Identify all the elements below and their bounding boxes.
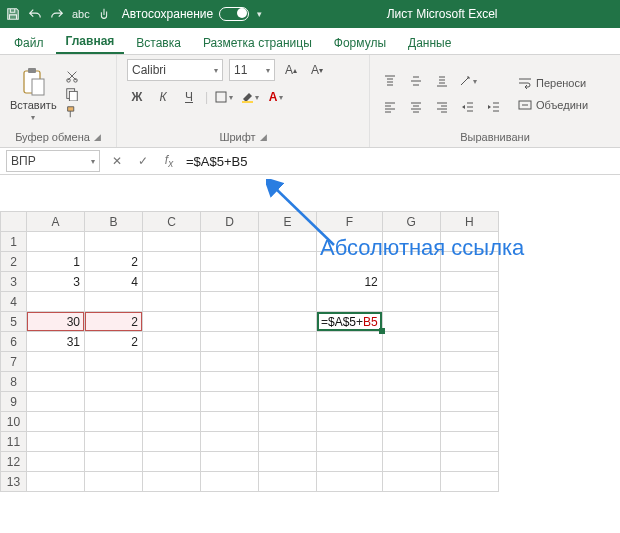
title-bar: abc Автосохранение ▾ Лист Microsoft Exce… (0, 0, 620, 28)
italic-button[interactable]: К (153, 87, 173, 107)
cell[interactable]: 2 (85, 252, 143, 272)
merge-button[interactable]: Объедини (518, 98, 588, 112)
format-painter-icon[interactable] (65, 105, 79, 119)
cell-referenced-rel[interactable]: 2 (85, 312, 143, 332)
formula-bar: ВПР▾ ✕ ✓ fx =$A$5+B5 (0, 148, 620, 175)
ribbon-tabs: Файл Главная Вставка Разметка страницы Ф… (0, 28, 620, 55)
font-color-icon[interactable]: A (266, 87, 286, 107)
align-middle-icon[interactable] (406, 71, 426, 91)
group-clipboard: Вставить ▾ Буфер обмена◢ (0, 55, 117, 147)
row-header[interactable]: 12 (1, 452, 27, 472)
tab-page-layout[interactable]: Разметка страницы (193, 32, 322, 54)
svg-rect-8 (242, 101, 253, 103)
font-size-value: 11 (234, 63, 247, 77)
cell[interactable]: 31 (27, 332, 85, 352)
ribbon: Вставить ▾ Буфер обмена◢ Calibri▾ 11▾ A▴… (0, 55, 620, 148)
row-header[interactable]: 4 (1, 292, 27, 312)
decrease-indent-icon[interactable] (458, 97, 478, 117)
orientation-icon[interactable] (458, 71, 478, 91)
font-name-value: Calibri (132, 63, 166, 77)
row-header[interactable]: 2 (1, 252, 27, 272)
font-dialog-icon[interactable]: ◢ (260, 132, 267, 142)
save-icon[interactable] (6, 7, 20, 21)
worksheet-grid[interactable]: A B C D E F G H 1 212 33412 4 5 30 2 =$A… (0, 211, 620, 492)
formula-plus: + (356, 315, 363, 329)
underline-button[interactable]: Ч (179, 87, 199, 107)
svg-rect-7 (216, 92, 226, 102)
group-font: Calibri▾ 11▾ A▴ A▾ Ж К Ч | A Шрифт◢ (117, 55, 370, 147)
row-header[interactable]: 8 (1, 372, 27, 392)
col-header[interactable]: H (440, 212, 498, 232)
tab-home[interactable]: Главная (56, 30, 125, 54)
increase-font-icon[interactable]: A▴ (281, 60, 301, 80)
cell[interactable]: 12 (317, 272, 383, 292)
align-top-icon[interactable] (380, 71, 400, 91)
paste-button[interactable]: Вставить ▾ (10, 67, 57, 122)
name-box[interactable]: ВПР▾ (6, 150, 100, 172)
row-header[interactable]: 10 (1, 412, 27, 432)
undo-icon[interactable] (28, 7, 42, 21)
fill-handle[interactable] (379, 328, 385, 334)
decrease-font-icon[interactable]: A▾ (307, 60, 327, 80)
row-header[interactable]: 13 (1, 472, 27, 492)
group-alignment-label: Выравнивани (460, 131, 530, 143)
col-header[interactable]: C (143, 212, 201, 232)
touch-icon[interactable] (98, 7, 110, 21)
col-header[interactable]: F (317, 212, 383, 232)
name-box-value: ВПР (11, 154, 36, 168)
cell[interactable]: 1 (27, 252, 85, 272)
fill-color-icon[interactable] (240, 87, 260, 107)
row-header[interactable]: 1 (1, 232, 27, 252)
redo-icon[interactable] (50, 7, 64, 21)
formula-input[interactable]: =$A$5+B5 (180, 154, 620, 169)
clipboard-dialog-icon[interactable]: ◢ (94, 132, 101, 142)
cell[interactable]: 4 (85, 272, 143, 292)
row-header[interactable]: 7 (1, 352, 27, 372)
copy-icon[interactable] (65, 87, 79, 101)
row-header[interactable]: 6 (1, 332, 27, 352)
col-header[interactable]: G (382, 212, 440, 232)
qat-customize-icon[interactable]: ▾ (257, 9, 262, 19)
row-header[interactable]: 9 (1, 392, 27, 412)
col-header[interactable]: A (27, 212, 85, 232)
cell[interactable]: 3 (27, 272, 85, 292)
tab-data[interactable]: Данные (398, 32, 461, 54)
select-all-corner[interactable] (1, 212, 27, 232)
cell[interactable]: 2 (85, 332, 143, 352)
cut-icon[interactable] (65, 69, 79, 83)
font-name-select[interactable]: Calibri▾ (127, 59, 223, 81)
align-left-icon[interactable] (380, 97, 400, 117)
bold-button[interactable]: Ж (127, 87, 147, 107)
autosave-switch-icon[interactable] (219, 7, 249, 21)
cancel-formula-icon[interactable]: ✕ (106, 154, 128, 168)
row-header[interactable]: 5 (1, 312, 27, 332)
col-header[interactable]: E (259, 212, 317, 232)
borders-icon[interactable] (214, 87, 234, 107)
autosave-label: Автосохранение (122, 7, 213, 21)
svg-rect-2 (32, 79, 44, 95)
row-header[interactable]: 3 (1, 272, 27, 292)
enter-formula-icon[interactable]: ✓ (132, 154, 154, 168)
formula-prefix: = (321, 315, 328, 329)
tab-formulas[interactable]: Формулы (324, 32, 396, 54)
tab-file[interactable]: Файл (4, 32, 54, 54)
group-font-label: Шрифт (219, 131, 255, 143)
autosave-toggle[interactable]: Автосохранение (122, 7, 249, 21)
insert-function-icon[interactable]: fx (158, 153, 180, 169)
svg-rect-6 (69, 91, 77, 101)
align-center-icon[interactable] (406, 97, 426, 117)
row-header[interactable]: 11 (1, 432, 27, 452)
merge-label: Объедини (536, 99, 588, 111)
spellcheck-icon[interactable]: abc (72, 8, 90, 20)
active-cell[interactable]: =$A$5+B5 (317, 312, 383, 332)
font-size-select[interactable]: 11▾ (229, 59, 275, 81)
col-header[interactable]: B (85, 212, 143, 232)
align-right-icon[interactable] (432, 97, 452, 117)
cell-referenced-abs[interactable]: 30 (27, 312, 85, 332)
tab-insert[interactable]: Вставка (126, 32, 191, 54)
col-header[interactable]: D (201, 212, 259, 232)
svg-rect-1 (28, 68, 36, 73)
increase-indent-icon[interactable] (484, 97, 504, 117)
wrap-text-button[interactable]: Переноси (518, 76, 588, 90)
align-bottom-icon[interactable] (432, 71, 452, 91)
